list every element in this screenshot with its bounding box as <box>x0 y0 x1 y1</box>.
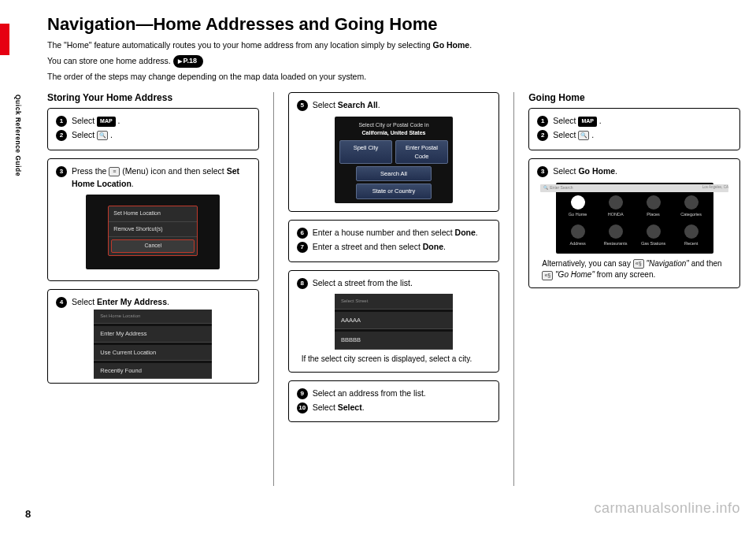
text: Enter a street and then select <box>313 242 423 251</box>
grid-icon: Places <box>636 194 671 220</box>
dialog-cancel: Cancel <box>111 239 195 253</box>
step-3: 3 Press the ≡ (Menu) icon and then selec… <box>56 165 250 191</box>
text: and then <box>689 259 722 268</box>
heading-storing: Storing Your Home Address <box>47 92 259 103</box>
ss-header: Select City or Postal Code in California… <box>358 121 428 138</box>
intro-text: You can store one home address. <box>47 56 171 65</box>
search-icon: 🔍 <box>97 131 108 140</box>
screenshot-search-all: Select City or Postal Code in California… <box>335 117 453 203</box>
text: Alternatively, you can say <box>542 259 632 268</box>
list-header: Set Home Location <box>94 310 212 324</box>
step-number-icon: 3 <box>537 166 548 177</box>
label: Address <box>570 240 586 247</box>
intro-bold: Go Home <box>433 40 470 50</box>
text: Select <box>313 100 338 109</box>
intro-text: The "Home" feature automatically routes … <box>47 40 433 50</box>
text: . <box>116 116 120 125</box>
text: Select <box>72 130 97 139</box>
screenshot-go-home: 🔍Enter Search Los Angeles, CA Go Home HO… <box>556 183 713 254</box>
step-text: Enter a house number and then select Don… <box>313 227 491 239</box>
label: Restaurants <box>604 240 628 247</box>
step-number-icon: 1 <box>56 116 67 127</box>
step-text: Select Search All. <box>313 99 491 112</box>
label: HONDA <box>608 211 624 217</box>
grid-icon: HONDA <box>598 194 633 220</box>
step-number-icon: 6 <box>297 228 308 239</box>
box-steps-9-10: 9 Select an address from the list. 10 Se… <box>288 380 500 423</box>
italic: "Go Home" <box>555 270 595 279</box>
text: . <box>108 130 113 139</box>
step-text: Press the ≡ (Menu) icon and then select … <box>72 165 250 191</box>
step-number-icon: 2 <box>56 130 67 141</box>
text: . <box>597 116 602 125</box>
categories-icon <box>684 195 699 210</box>
text: . <box>476 228 478 237</box>
grid-icon: Restaurants <box>598 223 633 249</box>
box-step-8: 8 Select a street from the list. Select … <box>288 270 500 373</box>
step-number-icon: 9 <box>297 388 308 399</box>
intro-line-2: You can store one home address. P.18 <box>47 55 740 68</box>
step-text: Select Go Home. <box>553 165 732 178</box>
step-text: Enter a street and then select Done. <box>313 241 491 254</box>
step-text: Select an address from the list. <box>313 388 491 400</box>
restaurants-icon <box>609 224 623 239</box>
dialog-option: Remove Shortcut(s) <box>109 222 197 238</box>
text: Select <box>313 402 338 412</box>
honda-icon <box>609 195 623 210</box>
page-ref-badge: P.18 <box>173 55 203 68</box>
bold: California, United States <box>362 130 426 135</box>
box-step-5: 5 Select Search All. Select City or Post… <box>288 92 500 212</box>
step-number-icon: 8 <box>297 278 308 289</box>
label: Places <box>647 211 660 217</box>
step-2: 2 Select 🔍 . <box>56 129 250 142</box>
text: . <box>167 297 169 306</box>
list-item: Recently Found <box>94 363 212 379</box>
text: Select <box>72 297 97 306</box>
text: Select <box>553 116 578 125</box>
step-text: Select a street from the list. <box>313 277 491 290</box>
grid-icon: Go Home <box>561 194 595 220</box>
text: Select <box>553 166 578 176</box>
voice-note: Alternatively, you can say «§ "Navigatio… <box>542 258 727 281</box>
text: . <box>589 130 594 139</box>
text: (Menu) icon and then select <box>120 166 226 176</box>
step-text: Select 🔍 . <box>72 129 250 142</box>
label: Gas Stations <box>641 240 666 247</box>
map-button-icon: MAP <box>97 117 116 128</box>
step-1: 1 Select MAP . <box>537 115 732 128</box>
box-step-4: 4 Select Enter My Address. Set Home Loca… <box>47 289 259 384</box>
watermark: carmanualsonline.info <box>594 500 740 517</box>
bold: Done <box>455 228 476 237</box>
hint: Los Angeles, CA <box>702 185 728 191</box>
grid-icon: Address <box>561 223 595 249</box>
list-item: Use Current Location <box>94 345 212 361</box>
menu-icon: ≡ <box>109 167 120 176</box>
intro-text: . <box>469 40 472 50</box>
step-10: 10 Select Select. <box>297 402 491 414</box>
column-storing: Storing Your Home Address 1 Select MAP .… <box>47 92 259 486</box>
box-gh-step-3: 3 Select Go Home. 🔍Enter Search Los Ange… <box>528 158 740 288</box>
search-icon: 🔍 <box>578 131 589 140</box>
step-3: 3 Select Go Home. <box>537 165 732 178</box>
text: . <box>443 242 446 251</box>
text: . <box>362 402 365 412</box>
bold: Enter My Address <box>97 297 167 306</box>
step-number-icon: 4 <box>56 297 67 308</box>
step-number-icon: 2 <box>537 130 548 141</box>
text: Select <box>553 130 578 139</box>
placeholder: Enter Search <box>550 185 573 191</box>
ss-button: Search All <box>356 166 432 181</box>
box-steps-1-2: 1 Select MAP . 2 Select 🔍 . <box>47 108 259 150</box>
list-header: Select Street <box>335 294 453 310</box>
text: Select City or Postal Code in <box>358 122 428 128</box>
address-icon <box>571 224 585 239</box>
screenshot-street-list: Select Street AAAAA BBBBB <box>335 294 453 349</box>
home-icon <box>571 195 585 210</box>
text: . <box>132 179 134 188</box>
places-icon <box>647 195 661 210</box>
column-middle: 5 Select Search All. Select City or Post… <box>288 92 500 486</box>
recent-icon <box>684 224 699 239</box>
column-going-home: Going Home 1 Select MAP . 2 Select 🔍 . <box>528 92 740 486</box>
box-steps-6-7: 6 Enter a house number and then select D… <box>288 220 500 262</box>
step-text: Select MAP . <box>553 115 732 128</box>
